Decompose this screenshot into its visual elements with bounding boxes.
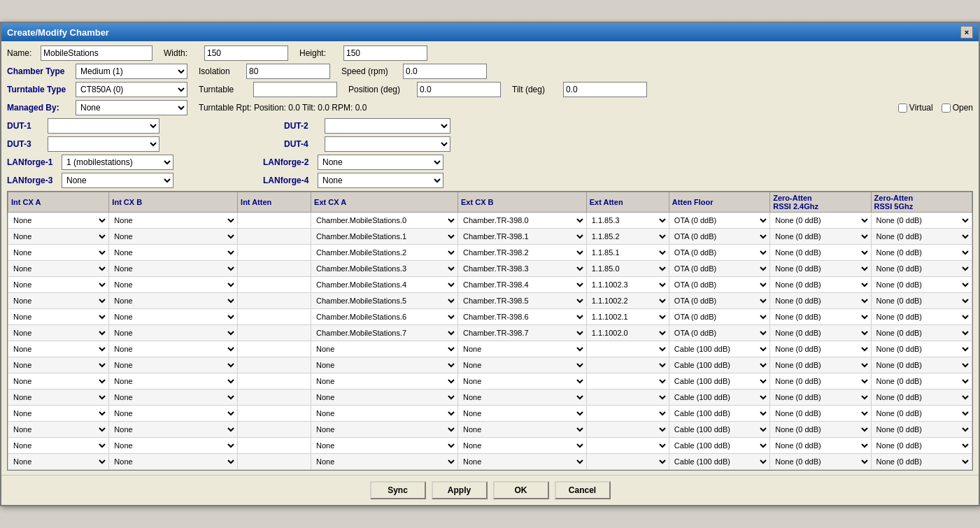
row-select-col-int-cx-b[interactable]: None xyxy=(110,310,236,324)
row-select-col-int-cx-a[interactable]: None xyxy=(9,358,108,372)
row-select-col-int-cx-a[interactable]: None xyxy=(9,326,108,340)
row-select-col-ext-cx-a[interactable]: None xyxy=(312,422,457,436)
row-select-col-ext-cx-b[interactable]: None xyxy=(459,406,585,420)
row-select-col-ext-cx-b[interactable]: None xyxy=(459,374,585,388)
row-select-col-zero-rssi-24[interactable]: None (0 ddB) xyxy=(771,262,869,276)
row-select-col-ext-cx-b[interactable]: Chamber.TR-398.4 xyxy=(459,278,585,292)
apply-button[interactable]: Apply xyxy=(432,481,488,499)
row-select-col-int-cx-b[interactable]: None xyxy=(110,406,236,420)
row-select-col-zero-rssi-24[interactable]: None (0 ddB) xyxy=(771,438,869,452)
dut2-select[interactable] xyxy=(325,118,450,134)
row-select-col-ext-cx-b[interactable]: Chamber.TR-398.5 xyxy=(459,294,585,308)
row-select-col-ext-atten[interactable]: 1.1.1002.3 xyxy=(588,278,668,292)
row-select-col-atten-floor[interactable]: OTA (0 ddB) xyxy=(670,213,769,227)
row-select-col-zero-rssi-5[interactable]: None (0 ddB) xyxy=(872,229,971,243)
row-select-col-zero-rssi-5[interactable]: None (0 ddB) xyxy=(872,422,971,436)
row-select-col-atten-floor[interactable]: Cable (100 ddB) xyxy=(670,358,769,372)
row-input-col-int-atten[interactable] xyxy=(239,455,310,469)
row-select-col-ext-cx-a[interactable]: Chamber.MobileStations.5 xyxy=(312,294,457,308)
row-input-col-int-atten[interactable] xyxy=(239,245,310,259)
row-select-col-ext-atten[interactable]: 1.1.1002.1 xyxy=(588,310,668,324)
row-select-col-int-cx-b[interactable]: None xyxy=(110,294,236,308)
row-select-col-zero-rssi-5[interactable]: None (0 ddB) xyxy=(872,374,971,388)
row-select-col-int-cx-b[interactable]: None xyxy=(110,229,236,243)
row-select-col-int-cx-b[interactable]: None xyxy=(110,358,236,372)
row-select-col-ext-cx-a[interactable]: Chamber.MobileStations.3 xyxy=(312,262,457,276)
row-select-col-zero-rssi-24[interactable]: None (0 ddB) xyxy=(771,406,869,420)
row-select-col-zero-rssi-24[interactable]: None (0 ddB) xyxy=(771,422,869,436)
width-input[interactable] xyxy=(204,45,288,61)
lanforge2-select[interactable]: None xyxy=(318,155,443,170)
row-select-col-ext-cx-b[interactable]: Chamber.TR-398.2 xyxy=(459,245,585,259)
row-select-col-atten-floor[interactable]: Cable (100 ddB) xyxy=(670,390,769,404)
row-select-col-int-cx-b[interactable]: None xyxy=(110,390,236,404)
row-select-col-ext-cx-b[interactable]: Chamber.TR-398.3 xyxy=(459,262,585,276)
row-select-col-atten-floor[interactable]: OTA (0 ddB) xyxy=(670,278,769,292)
row-select-col-ext-cx-a[interactable]: None xyxy=(312,342,457,356)
name-input[interactable] xyxy=(41,45,152,61)
row-select-col-ext-cx-a[interactable]: Chamber.MobileStations.0 xyxy=(312,213,457,227)
row-select-col-int-cx-b[interactable]: None xyxy=(110,342,236,356)
row-select-col-ext-atten[interactable]: 1.1.85.2 xyxy=(588,229,668,243)
row-select-col-zero-rssi-5[interactable]: None (0 ddB) xyxy=(872,326,971,340)
row-input-col-int-atten[interactable] xyxy=(239,374,310,388)
row-select-col-ext-atten[interactable]: 1.1.85.1 xyxy=(588,245,668,259)
sync-button[interactable]: Sync xyxy=(370,481,426,499)
row-select-col-atten-floor[interactable]: OTA (0 ddB) xyxy=(670,245,769,259)
row-input-col-int-atten[interactable] xyxy=(239,294,310,308)
row-select-col-atten-floor[interactable]: OTA (0 ddB) xyxy=(670,262,769,276)
row-select-col-zero-rssi-5[interactable]: None (0 ddB) xyxy=(872,390,971,404)
row-select-col-zero-rssi-24[interactable]: None (0 ddB) xyxy=(771,245,869,259)
dut3-select[interactable] xyxy=(48,136,159,152)
row-select-col-int-cx-a[interactable]: None xyxy=(9,342,108,356)
row-input-col-int-atten[interactable] xyxy=(239,229,310,243)
row-select-col-atten-floor[interactable]: Cable (100 ddB) xyxy=(670,455,769,469)
row-select-col-int-cx-a[interactable]: None xyxy=(9,262,108,276)
row-select-col-zero-rssi-5[interactable]: None (0 ddB) xyxy=(872,342,971,356)
row-select-col-ext-cx-a[interactable]: None xyxy=(312,455,457,469)
speed-input[interactable] xyxy=(403,64,487,79)
row-select-col-zero-rssi-5[interactable]: None (0 ddB) xyxy=(872,438,971,452)
row-select-col-ext-cx-b[interactable]: Chamber.TR-398.1 xyxy=(459,229,585,243)
row-select-col-int-cx-a[interactable]: None xyxy=(9,278,108,292)
row-select-col-zero-rssi-24[interactable]: None (0 ddB) xyxy=(771,310,869,324)
row-input-col-int-atten[interactable] xyxy=(239,406,310,420)
row-select-col-ext-atten[interactable]: 1.1.85.3 xyxy=(588,213,668,227)
row-select-col-zero-rssi-24[interactable]: None (0 ddB) xyxy=(771,229,869,243)
row-select-col-zero-rssi-24[interactable]: None (0 ddB) xyxy=(771,390,869,404)
row-select-col-int-cx-b[interactable]: None xyxy=(110,213,236,227)
tilt-input[interactable] xyxy=(563,82,647,97)
row-input-col-int-atten[interactable] xyxy=(239,422,310,436)
row-select-col-int-cx-b[interactable]: None xyxy=(110,422,236,436)
row-input-col-int-atten[interactable] xyxy=(239,326,310,340)
row-input-col-int-atten[interactable] xyxy=(239,342,310,356)
row-select-col-ext-cx-a[interactable]: None xyxy=(312,390,457,404)
row-input-col-int-atten[interactable] xyxy=(239,310,310,324)
row-select-col-zero-rssi-5[interactable]: None (0 ddB) xyxy=(872,213,971,227)
row-select-col-ext-cx-b[interactable]: None xyxy=(459,422,585,436)
row-select-col-atten-floor[interactable]: OTA (0 ddB) xyxy=(670,310,769,324)
row-input-col-int-atten[interactable] xyxy=(239,213,310,227)
row-select-col-atten-floor[interactable]: Cable (100 ddB) xyxy=(670,406,769,420)
height-input[interactable] xyxy=(343,45,427,61)
row-select-col-ext-cx-a[interactable]: None xyxy=(312,374,457,388)
row-select-col-ext-cx-b[interactable]: Chamber.TR-398.7 xyxy=(459,326,585,340)
row-select-col-int-cx-a[interactable]: None xyxy=(9,294,108,308)
row-select-col-ext-atten[interactable]: 1.1.1002.2 xyxy=(588,294,668,308)
row-select-col-ext-cx-a[interactable]: Chamber.MobileStations.2 xyxy=(312,245,457,259)
row-input-col-int-atten[interactable] xyxy=(239,390,310,404)
row-select-col-ext-cx-a[interactable]: None xyxy=(312,406,457,420)
isolation-input[interactable] xyxy=(246,64,330,79)
row-select-col-ext-atten[interactable]: 1.1.1002.0 xyxy=(588,326,668,340)
row-select-col-ext-atten[interactable] xyxy=(588,438,668,452)
row-select-col-int-cx-a[interactable]: None xyxy=(9,438,108,452)
row-select-col-zero-rssi-24[interactable]: None (0 ddB) xyxy=(771,358,869,372)
row-select-col-ext-atten[interactable]: 1.1.85.0 xyxy=(588,262,668,276)
dut4-select[interactable] xyxy=(325,136,450,152)
dut1-select[interactable] xyxy=(48,118,159,134)
managed-by-select[interactable]: None xyxy=(76,100,187,115)
row-select-col-zero-rssi-24[interactable]: None (0 ddB) xyxy=(771,374,869,388)
row-select-col-int-cx-a[interactable]: None xyxy=(9,213,108,227)
row-select-col-zero-rssi-24[interactable]: None (0 ddB) xyxy=(771,326,869,340)
row-select-col-zero-rssi-24[interactable]: None (0 ddB) xyxy=(771,213,869,227)
